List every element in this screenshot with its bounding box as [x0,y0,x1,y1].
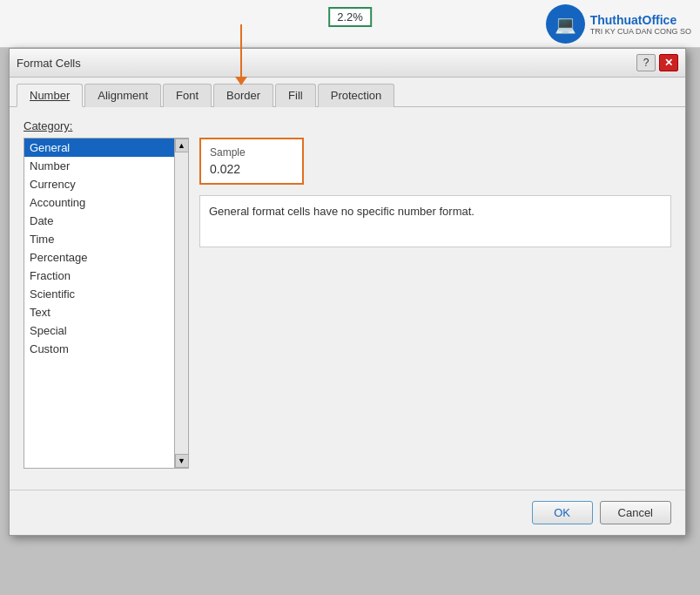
arrow-line [240,24,242,77]
tab-bar: Number Alignment Font Border Fill Protec… [10,78,685,107]
category-item-text[interactable]: Text [24,303,174,321]
tab-fill[interactable]: Fill [275,84,316,107]
category-item-date[interactable]: Date [24,212,174,230]
category-item-number[interactable]: Number [24,157,174,175]
dialog-titlebar: Format Cells ? ✕ [10,49,685,78]
right-panel: Sample 0.022 General format cells have n… [199,138,671,469]
category-listbox[interactable]: General Number Currency Accounting Date … [24,138,189,469]
help-button[interactable]: ? [636,54,656,71]
category-item-scientific[interactable]: Scientific [24,285,174,303]
arrow-head [235,77,247,85]
scroll-track [175,152,188,454]
sample-label: Sample [210,146,293,159]
dialog-title: Format Cells [17,57,81,70]
tab-border[interactable]: Border [213,84,273,107]
dialog-footer: OK Cancel [10,490,685,535]
dialog-content: Category: General Number Currency Accoun… [10,107,685,481]
cancel-button[interactable]: Cancel [600,501,671,524]
category-item-general[interactable]: General [24,139,174,157]
sample-value: 0.022 [210,162,293,176]
description-box: General format cells have no specific nu… [199,195,671,247]
logo-subtitle: TRI KY CUA DAN CONG SO [590,27,691,36]
dialog-controls: ? ✕ [636,54,678,71]
scroll-down-button[interactable]: ▼ [175,454,189,468]
logo-area: 💻 ThuthuatOffice TRI KY CUA DAN CONG SO [546,4,691,44]
category-item-custom[interactable]: Custom [24,340,174,358]
category-scrollbar[interactable]: ▲ ▼ [174,139,188,468]
category-item-percentage[interactable]: Percentage [24,248,174,267]
category-item-special[interactable]: Special [24,321,174,340]
ok-button[interactable]: OK [532,501,593,524]
logo-emoji: 💻 [555,14,576,35]
tab-alignment[interactable]: Alignment [84,84,161,107]
logo-text: ThuthuatOffice TRI KY CUA DAN CONG SO [590,13,691,36]
arrow-indicator [235,24,247,85]
cell-value: 2.2% [328,7,372,27]
category-item-accounting[interactable]: Accounting [24,193,174,212]
tab-protection[interactable]: Protection [318,84,395,107]
sample-box: Sample 0.022 [199,138,304,185]
category-item-time[interactable]: Time [24,230,174,248]
category-label: Category: [24,119,671,132]
tab-font[interactable]: Font [163,84,212,107]
category-item-currency[interactable]: Currency [24,175,174,193]
category-item-fraction[interactable]: Fraction [24,267,174,285]
scroll-up-button[interactable]: ▲ [175,139,189,152]
close-button[interactable]: ✕ [659,54,678,71]
category-items: General Number Currency Accounting Date … [24,139,174,358]
logo-name: ThuthuatOffice [590,13,691,27]
format-cells-dialog: Format Cells ? ✕ Number Alignment Font B… [9,48,686,536]
logo-icon: 💻 [546,4,585,44]
main-layout: General Number Currency Accounting Date … [24,138,671,469]
tab-number[interactable]: Number [17,84,83,107]
description-text: General format cells have no specific nu… [209,205,475,218]
